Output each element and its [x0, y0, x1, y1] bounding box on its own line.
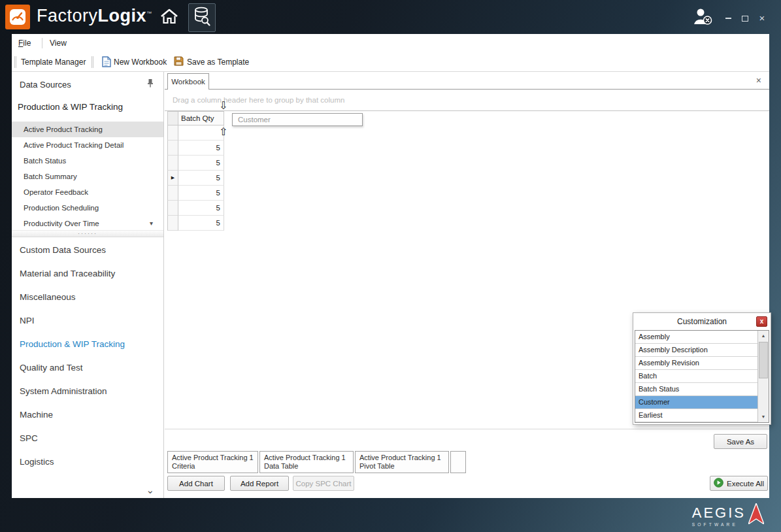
customization-close-button[interactable]: x	[756, 316, 767, 327]
table-row[interactable]: 5	[167, 141, 224, 156]
add-chart-button[interactable]: Add Chart	[167, 476, 225, 491]
trademark-symbol: ™	[146, 10, 152, 16]
sidebar-item-label: Production Scheduling	[24, 204, 99, 212]
home-button[interactable]	[156, 5, 183, 30]
scroll-more-icon[interactable]: ⌄	[146, 486, 154, 494]
close-button[interactable]: ×	[755, 13, 769, 24]
sidebar-category-npi[interactable]: NPI	[20, 316, 35, 325]
field-item-assembly-description[interactable]: Assembly Description	[635, 344, 759, 357]
sidebar-category-miscellaneous[interactable]: Miscellaneous	[20, 292, 76, 302]
user-disconnect-icon	[692, 7, 713, 28]
sidebar-section-production-wip[interactable]: Production & WIP Tracking	[18, 102, 123, 112]
column-header-batch-qty[interactable]: Batch Qty	[178, 111, 224, 125]
data-sources-panel: Data Sources Production & WIP Tracking A…	[12, 72, 164, 498]
sheet-tab-criteria[interactable]: Active Product Tracking 1 Criteria	[167, 451, 258, 473]
table-row[interactable]: 5	[167, 216, 224, 231]
aegis-logo: AEGIS SOFTWARE	[692, 505, 764, 527]
workbook-close-icon[interactable]: ×	[756, 75, 761, 86]
table-row[interactable]: 5	[167, 156, 224, 171]
save-as-template-icon	[174, 56, 184, 69]
sidebar-item-label: Active Product Tracking Detail	[24, 141, 124, 149]
data-explorer-button[interactable]	[188, 3, 216, 32]
sidebar-category-machine[interactable]: Machine	[20, 410, 53, 420]
minimize-button[interactable]	[721, 13, 735, 24]
batch-qty-cell[interactable]: 5	[178, 186, 224, 201]
brand-factory: Factory	[37, 6, 98, 25]
sidebar-item-production-scheduling[interactable]: Production Scheduling	[12, 200, 163, 216]
scrollbar-thumb[interactable]	[759, 342, 768, 378]
save-as-template-button[interactable]: Save as Template	[187, 58, 249, 67]
new-workbook-icon	[102, 56, 111, 70]
table-row[interactable]	[167, 125, 224, 141]
tab-workbook[interactable]: Workbook	[167, 73, 209, 90]
sidebar-item-active-product-tracking[interactable]: Active Product Tracking	[12, 122, 163, 137]
current-row-marker-icon: ▶	[171, 175, 174, 180]
batch-qty-cell[interactable]: 5	[178, 171, 224, 186]
sidebar-splitter[interactable]: ······	[12, 230, 163, 237]
execute-all-button[interactable]: Execute All	[710, 476, 768, 491]
table-row[interactable]: ▶ 5	[167, 171, 224, 186]
sidebar-item-batch-summary[interactable]: Batch Summary	[12, 169, 163, 184]
field-item-customer[interactable]: Customer	[635, 396, 759, 409]
sidebar-category-material-traceability[interactable]: Material and Traceability	[20, 269, 115, 278]
dropdown-arrow-icon[interactable]: ▾	[150, 216, 153, 231]
field-item-assembly-revision[interactable]: Assembly Revision	[635, 357, 759, 370]
sidebar-category-spc[interactable]: SPC	[20, 433, 38, 443]
batch-qty-cell[interactable]	[178, 125, 224, 141]
group-by-panel[interactable]: Drag a column header here to group by th…	[165, 90, 769, 111]
aegis-arrow-icon	[748, 503, 764, 527]
sidebar-item-label: Productivity Over Time	[24, 220, 99, 227]
sheet-tab-pivot-table[interactable]: Active Product Tracking 1 Pivot Table	[355, 451, 449, 473]
sheet-tab-line1: Active Product Tracking 1	[264, 454, 349, 462]
copy-spc-chart-button: Copy SPC Chart	[293, 476, 354, 491]
menu-separator	[42, 38, 42, 48]
maximize-button[interactable]	[738, 13, 752, 24]
sidebar-category-production-wip-tracking[interactable]: Production & WIP Tracking	[20, 339, 125, 349]
sidebar-item-active-product-tracking-detail[interactable]: Active Product Tracking Detail	[12, 137, 163, 153]
sidebar-item-operator-feedback[interactable]: Operator Feedback	[12, 184, 163, 200]
sheet-tab-stub[interactable]	[450, 451, 466, 473]
sheet-tab-data-table[interactable]: Active Product Tracking 1 Data Table	[259, 451, 354, 473]
grid-bottom-divider	[165, 429, 769, 429]
customization-title[interactable]: Customization	[633, 313, 771, 330]
sidebar-item-batch-status[interactable]: Batch Status	[12, 153, 163, 169]
field-item-assembly[interactable]: Assembly	[635, 331, 759, 344]
sidebar-category-quality-and-test[interactable]: Quality and Test	[20, 363, 83, 373]
pin-icon[interactable]	[146, 78, 154, 90]
scroll-down-icon[interactable]: ▼	[758, 412, 769, 422]
user-logout-button[interactable]	[691, 8, 714, 27]
aegis-software-text: SOFTWARE	[692, 522, 746, 527]
row-indicator	[167, 216, 178, 231]
menu-view[interactable]: View	[50, 39, 67, 48]
workbook-area: Workbook × Drag a column header here to …	[165, 72, 769, 498]
sheet-tab-line1: Active Product Tracking 1	[359, 454, 444, 462]
new-workbook-button[interactable]: New Workbook	[114, 58, 167, 67]
template-manager-button[interactable]: Template Manager	[21, 58, 86, 67]
table-row[interactable]: 5	[167, 186, 224, 201]
field-item-batch-status[interactable]: Batch Status	[635, 383, 759, 396]
toolbar-grip[interactable]	[91, 56, 93, 68]
menu-file[interactable]: File	[18, 39, 31, 48]
customization-panel: Customization x Assembly Assembly Descri…	[633, 312, 771, 425]
batch-qty-cell[interactable]: 5	[178, 141, 224, 156]
maximize-icon	[742, 16, 748, 22]
field-item-earliest[interactable]: Earliest	[635, 409, 759, 422]
table-row[interactable]: 5	[167, 201, 224, 216]
dragged-column-header-customer[interactable]: Customer	[232, 113, 363, 126]
toolbar-grip[interactable]	[14, 56, 16, 68]
save-as-button[interactable]: Save As	[714, 434, 767, 449]
field-item-batch[interactable]: Batch	[635, 370, 759, 383]
sidebar-category-system-administration[interactable]: System Administration	[20, 386, 107, 396]
sidebar-item-productivity-over-time[interactable]: Productivity Over Time ▾	[12, 216, 163, 231]
scroll-up-icon[interactable]: ▲	[758, 331, 769, 341]
sidebar-item-label: Active Product Tracking	[24, 125, 103, 133]
batch-qty-cell[interactable]: 5	[178, 201, 224, 216]
batch-qty-cell[interactable]: 5	[178, 216, 224, 231]
sidebar-category-logistics[interactable]: Logistics	[20, 457, 54, 467]
add-report-button[interactable]: Add Report	[230, 476, 289, 491]
sheet-tab-line1: Active Product Tracking 1	[172, 454, 254, 462]
customization-scrollbar[interactable]: ▲ ▼	[757, 331, 769, 422]
batch-qty-cell[interactable]: 5	[178, 156, 224, 171]
row-indicator	[167, 125, 178, 141]
sidebar-category-custom-data-sources[interactable]: Custom Data Sources	[20, 245, 106, 255]
